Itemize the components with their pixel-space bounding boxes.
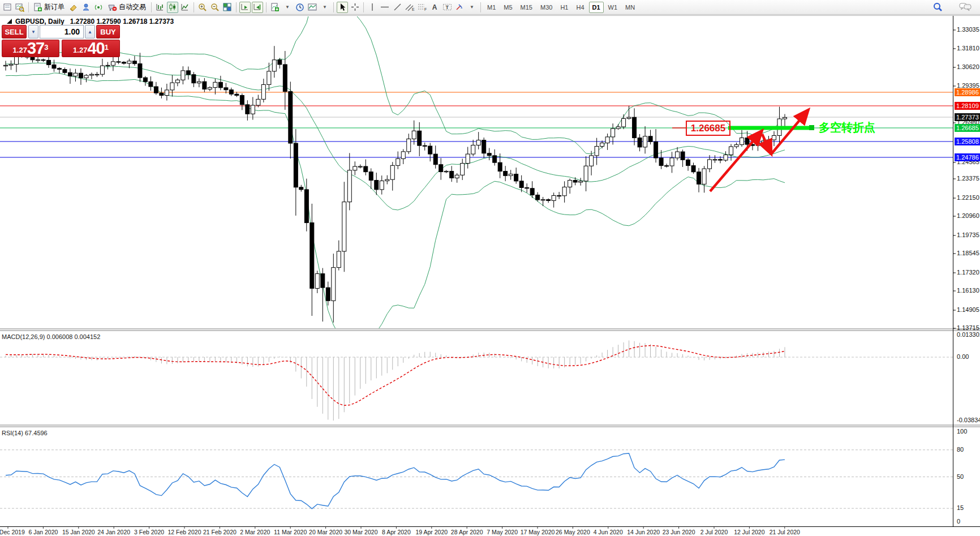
macd-tick-0.013301: 0.013301 [957, 331, 980, 338]
turning-point-text[interactable]: 多空转折点 [819, 120, 875, 135]
date-label-21: 12 Jul 2020 [729, 529, 770, 535]
price-tick-1.33035: 1.33035 [957, 26, 979, 33]
date-label-22: 21 Jul 2020 [764, 529, 805, 535]
chart-symbol-period: GBPUSD, Daily [15, 18, 65, 25]
date-label-5: 12 Feb 2020 [164, 529, 205, 535]
trendline-handle[interactable] [809, 125, 814, 130]
price-badge-1.24786: 1.24786 [955, 153, 980, 161]
sell-price-sup: 3 [44, 39, 48, 56]
rsi-tick-0: 0 [957, 518, 960, 525]
date-label-20: 2 Jul 2020 [694, 529, 734, 535]
date-label-3: 24 Jan 2020 [93, 529, 134, 535]
date-label-12: 19 Apr 2020 [411, 529, 452, 535]
buy-price-box[interactable]: 1.27401 [62, 40, 120, 57]
rsi-tick-15: 15 [957, 504, 964, 511]
sell-price-box[interactable]: 1.27373 [2, 40, 59, 57]
price-badge-1.28986: 1.28986 [955, 88, 980, 96]
rsi-label: RSI(14) 67.4596 [2, 430, 48, 436]
macd-signal-value: 0.004152 [74, 333, 100, 340]
date-label-17: 4 Jun 2020 [588, 529, 629, 535]
rsi-tick-50: 50 [957, 473, 964, 480]
macd-plot-area[interactable] [0, 332, 953, 424]
sell-price-big: 37 [27, 41, 44, 56]
price-tick-1.14905: 1.14905 [957, 306, 979, 313]
volume-input[interactable]: 1.00 [40, 25, 84, 38]
macd-label: MACD(12,26,9) 0.006008 0.004152 [2, 333, 100, 340]
chart-window-icon [7, 19, 13, 24]
spinner-up-icon: ▲ [88, 29, 92, 35]
price-tick-1.17320: 1.17320 [957, 269, 979, 276]
buy-price-prefix: 1.27 [73, 45, 87, 56]
rsi-tick-80: 80 [957, 446, 964, 453]
rsi-name: RSI(14) [2, 430, 23, 436]
buy-label: BUY [100, 28, 115, 36]
support-level-label[interactable]: 1.26685 [686, 121, 730, 136]
date-label-9: 20 Mar 2020 [306, 529, 346, 535]
price-badge-1.28109: 1.28109 [955, 102, 980, 110]
volume-value: 1.00 [65, 27, 80, 36]
date-label-14: 7 May 2020 [482, 529, 523, 535]
date-label-10: 30 Mar 2020 [341, 529, 381, 535]
price-tick-1.16130: 1.16130 [957, 287, 979, 294]
price-badge-1.25808: 1.25808 [955, 138, 980, 145]
price-tick-1.19735: 1.19735 [957, 231, 979, 238]
date-label-13: 28 Apr 2020 [446, 529, 487, 535]
macd-tick--0.038343: -0.038343 [957, 417, 980, 423]
date-label-16: 26 May 2020 [552, 529, 593, 535]
thick-green-trendline[interactable] [728, 126, 813, 130]
chart-ohlc-values: 1.27280 1.27590 1.26718 1.27373 [70, 18, 174, 25]
date-label-15: 17 May 2020 [517, 529, 558, 535]
chart-title: GBPUSD, Daily 1.27280 1.27590 1.26718 1.… [7, 18, 174, 25]
date-label-11: 8 Apr 2020 [376, 529, 416, 535]
buy-price-sup: 1 [105, 39, 109, 56]
buy-button[interactable]: BUY [96, 25, 120, 38]
chart-canvas [0, 0, 980, 536]
price-tick-1.30620: 1.30620 [957, 63, 979, 70]
sell-label: SELL [5, 28, 23, 36]
date-label-1: 6 Jan 2020 [23, 529, 63, 535]
price-tick-1.22150: 1.22150 [957, 194, 979, 201]
macd-name: MACD(12,26,9) [2, 333, 45, 340]
mt4-window: 新订单 自动交易 ▼ [0, 0, 980, 536]
macd-tick-0.00: 0.00 [957, 353, 969, 360]
macd-main-value: 0.006008 [46, 333, 72, 340]
price-tick-1.18545: 1.18545 [957, 250, 979, 256]
date-label-18: 14 Jun 2020 [623, 529, 664, 535]
date-label-19: 23 Jun 2020 [659, 529, 699, 535]
date-label-6: 21 Feb 2020 [199, 529, 240, 535]
price-badge-1.26685: 1.26685 [955, 124, 980, 132]
date-label-2: 15 Jan 2020 [58, 529, 99, 535]
spinner-down-icon: ▼ [31, 29, 36, 35]
price-badge-1.27373: 1.27373 [955, 113, 980, 121]
date-label-7: 2 Mar 2020 [235, 529, 276, 535]
date-label-4: 3 Feb 2020 [129, 529, 170, 535]
price-tick-1.20960: 1.20960 [957, 212, 979, 219]
volume-up-button[interactable]: ▲ [85, 25, 95, 38]
main-plot-area[interactable] [0, 16, 953, 328]
price-tick-1.31810: 1.31810 [957, 45, 979, 52]
rsi-value: 67.4596 [25, 430, 48, 436]
rsi-tick-100: 100 [957, 428, 967, 435]
buy-price-big: 40 [87, 41, 104, 56]
sell-price-prefix: 1.27 [13, 45, 27, 56]
price-tick-1.23375: 1.23375 [957, 175, 979, 182]
date-label-8: 11 Mar 2020 [270, 529, 311, 535]
volume-down-button[interactable]: ▼ [28, 25, 38, 38]
sell-button[interactable]: SELL [2, 25, 27, 38]
price-tick-1.13715: 1.13715 [957, 324, 979, 331]
